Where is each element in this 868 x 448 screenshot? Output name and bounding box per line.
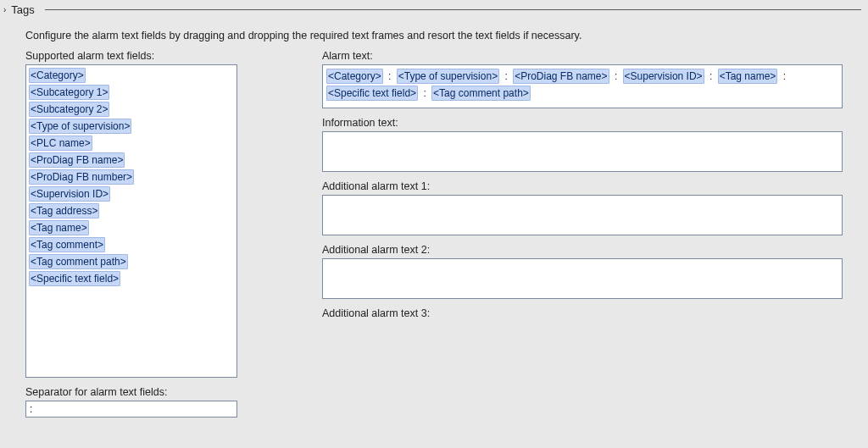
columns: Supported alarm text fields: <Category><… — [25, 50, 851, 418]
tag-token[interactable]: <Category> — [29, 68, 86, 83]
separator-label: Separator for alarm text fields: — [25, 386, 237, 398]
tag-token[interactable]: <Tag comment> — [29, 237, 105, 252]
additional-alarm-text-2-label: Additional alarm text 2: — [322, 244, 843, 256]
information-text-label: Information text: — [322, 117, 843, 129]
additional-alarm-text-1-box[interactable] — [322, 195, 843, 235]
tag-token[interactable]: <Tag address> — [29, 203, 99, 218]
tag-token[interactable]: <Supervision ID> — [29, 186, 110, 202]
separator-text: : — [780, 70, 786, 82]
additional-alarm-text-1-label: Additional alarm text 1: — [322, 180, 843, 192]
tag-token[interactable]: <ProDiag FB number> — [29, 169, 134, 185]
tag-token[interactable]: <Specific text field> — [326, 86, 418, 101]
section-title: Tags — [11, 3, 34, 16]
additional-alarm-text-2-box[interactable] — [322, 258, 843, 299]
tag-token[interactable]: <Type of supervision> — [397, 69, 499, 84]
separator-input[interactable] — [25, 401, 237, 418]
left-column: Supported alarm text fields: <Category><… — [25, 50, 237, 418]
body: Configure the alarm text fields by dragg… — [0, 19, 868, 418]
intro-text: Configure the alarm text fields by dragg… — [25, 30, 851, 41]
supported-label: Supported alarm text fields: — [25, 50, 237, 62]
tag-token[interactable]: <Subcategory 2> — [29, 102, 109, 117]
tag-token[interactable]: <ProDiag FB name> — [513, 69, 609, 84]
tag-token[interactable]: <PLC name> — [29, 136, 92, 151]
alarm-text-box[interactable]: <Category> : <Type of supervision> : <Pr… — [322, 64, 843, 108]
separator-text: : — [707, 70, 715, 82]
separator-text: : — [420, 87, 429, 99]
supported-listbox[interactable]: <Category><Subcategory 1><Subcategory 2>… — [25, 64, 237, 378]
tag-token[interactable]: <Subcategory 1> — [29, 85, 109, 100]
information-text-box[interactable] — [322, 131, 843, 172]
tag-token[interactable]: <Specific text field> — [29, 271, 120, 286]
tag-token[interactable]: <Supervision ID> — [623, 69, 704, 84]
section-header: › Tags — [0, 0, 868, 19]
alarm-text-label: Alarm text: — [322, 50, 843, 62]
tag-token[interactable]: <Tag name> — [29, 220, 89, 235]
tag-token[interactable]: <Category> — [326, 69, 383, 84]
tag-token[interactable]: <Tag comment path> — [29, 254, 128, 269]
tag-token[interactable]: <Type of supervision> — [29, 119, 131, 134]
separator-text: : — [612, 70, 620, 82]
tag-token[interactable]: <Tag name> — [718, 69, 778, 84]
additional-alarm-text-3-label: Additional alarm text 3: — [322, 307, 843, 319]
right-column: Alarm text: <Category> : <Type of superv… — [322, 50, 851, 322]
collapse-chevron-icon[interactable]: › — [3, 5, 6, 14]
separator-text: : — [502, 70, 510, 82]
tag-token[interactable]: <Tag comment path> — [431, 86, 531, 101]
tag-token[interactable]: <ProDiag FB name> — [29, 152, 125, 168]
header-rule — [45, 9, 861, 10]
separator-text: : — [386, 70, 394, 82]
